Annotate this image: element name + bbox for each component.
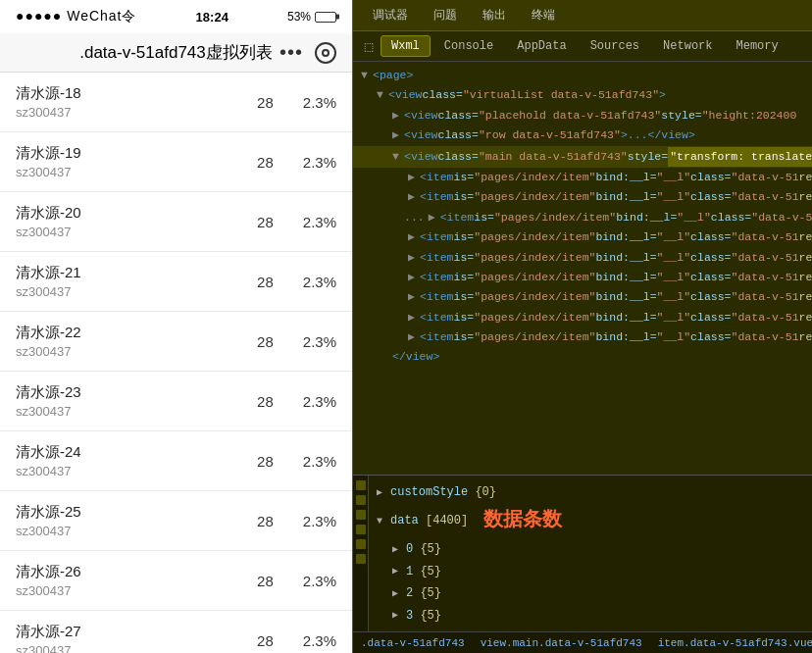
xml-tag: <page> — [373, 67, 413, 84]
signal-icon: ●●●●● WeChat令 — [16, 8, 137, 25]
expand-arrow[interactable]: ▼ — [377, 86, 388, 104]
expand-arrow[interactable]: ▶ — [408, 169, 420, 186]
status-selector-3[interactable]: item.data-v-51afd743.vue- — [658, 637, 812, 649]
list-item[interactable]: 清水源-25 sz300437 28 2.3% — [0, 491, 352, 551]
expand-arrow[interactable]: ▶ — [408, 309, 420, 326]
subtab-wxml[interactable]: Wxml — [381, 35, 431, 57]
tree-arrow[interactable]: ▼ — [377, 513, 390, 529]
stock-code: sz300437 — [16, 643, 81, 653]
tab-issues[interactable]: 问题 — [422, 3, 469, 27]
subtab-appdata[interactable]: AppData — [507, 36, 576, 56]
tree-arrow[interactable]: ▶ — [392, 563, 406, 579]
tab-output[interactable]: 输出 — [471, 3, 518, 27]
xml-value: "__l" — [657, 269, 691, 286]
expand-arrow[interactable]: ▶ — [408, 328, 420, 346]
ellipsis: ... — [404, 209, 425, 226]
data-count-label: 数据条数 — [483, 504, 562, 537]
xml-value: "data-v-51 — [732, 269, 799, 286]
xml-value: "pages/index/item" — [474, 169, 595, 186]
expand-arrow[interactable]: ▶ — [408, 288, 420, 306]
gutter-item — [356, 480, 366, 490]
status-selector-1[interactable]: .data-v-51afd743 — [361, 637, 465, 649]
list-item[interactable]: 清水源-21 sz300437 28 2.3% — [0, 252, 352, 312]
tree-key: 1 — [406, 562, 413, 581]
subtab-console[interactable]: Console — [434, 36, 503, 56]
expand-arrow[interactable]: ▶ — [429, 209, 440, 226]
list-item[interactable]: 清水源-24 sz300437 28 2.3% — [0, 431, 352, 491]
stock-code: sz300437 — [16, 284, 81, 299]
expand-arrow[interactable]: ▶ — [392, 126, 404, 144]
xml-value: "__l" — [657, 228, 691, 246]
xml-line-highlighted: ▼ <view class= "main data-v-51afd743" st… — [353, 146, 812, 168]
list-item[interactable]: 清水源-18 sz300437 28 2.3% — [0, 73, 352, 132]
xml-line: ▼ <page> — [353, 66, 812, 85]
status-right: 53% — [287, 10, 336, 24]
tree-arrow[interactable]: ▶ — [392, 607, 406, 624]
tree-key: 2 — [406, 583, 413, 603]
list-item[interactable]: 清水源-19 sz300437 28 2.3% — [0, 132, 352, 192]
bottom-panel: ▶ customStyle {0} ▼ data [4400] 数据条数 ▶ 0… — [353, 475, 812, 631]
xml-value: "data-v-51 — [732, 169, 799, 186]
expand-arrow[interactable]: ▶ — [408, 269, 420, 286]
xml-line: </view> — [353, 347, 812, 367]
xml-value: "main data-v-51afd743" — [479, 148, 628, 166]
xml-value: "data-v-51 — [732, 328, 799, 346]
xml-attr: class= — [690, 188, 731, 206]
expand-arrow[interactable]: ▶ — [408, 228, 420, 246]
nav-actions: ••• — [279, 41, 336, 64]
xml-attr: style= — [628, 148, 668, 166]
xml-attr: is= — [454, 269, 475, 286]
page-title: 虚拟列表 — [206, 41, 273, 64]
stock-code: sz300437 — [16, 464, 81, 478]
stock-code: sz300437 — [16, 404, 81, 419]
xml-attr: is= — [454, 228, 475, 246]
stock-code: sz300437 — [16, 105, 81, 120]
xml-value: "__l" — [657, 309, 691, 326]
tree-arrow[interactable]: ▶ — [392, 541, 406, 558]
subtab-memory[interactable]: Memory — [727, 36, 788, 56]
tab-debugger[interactable]: 调试器 — [361, 3, 420, 27]
list-item[interactable]: 清水源-22 sz300437 28 2.3% — [0, 312, 352, 372]
stock-name: 清水源-22 — [16, 324, 81, 342]
scan-icon[interactable] — [315, 42, 336, 64]
status-selector-2[interactable]: view.main.data-v-51afd743 — [481, 637, 642, 649]
xml-line: ▶ <item is= "pages/index/item" bind:__l=… — [353, 187, 812, 207]
xml-attr: class= — [438, 107, 479, 125]
expand-arrow[interactable]: ▼ — [361, 67, 373, 84]
phone-status-bar: ●●●●● WeChat令 18:24 53% — [0, 0, 352, 33]
subtab-sources[interactable]: Sources — [581, 36, 649, 56]
more-icon[interactable]: ••• — [279, 41, 303, 64]
xml-value: "data-v-51 — [751, 209, 812, 226]
subtab-network[interactable]: Network — [653, 36, 722, 56]
stock-name: 清水源-27 — [16, 623, 81, 641]
xml-tag: <view — [404, 148, 438, 166]
xml-view[interactable]: ▼ <page> ▼ <view class= "virtualList dat… — [353, 62, 812, 475]
xml-line: ▶ <item is= "pages/index/item" bind:__l=… — [353, 287, 812, 307]
stock-percent: 2.3% — [303, 513, 336, 529]
xml-value: "__l" — [657, 249, 691, 267]
xml-text: ref-in-for data-ref= — [799, 269, 812, 286]
list-item[interactable]: 清水源-20 sz300437 28 2.3% — [0, 192, 352, 252]
expand-arrow[interactable]: ▶ — [392, 107, 404, 125]
stock-percent: 2.3% — [303, 393, 336, 410]
expand-arrow[interactable]: ▶ — [408, 249, 420, 267]
stock-percent: 2.3% — [303, 94, 336, 111]
data-tree[interactable]: ▶ customStyle {0} ▼ data [4400] 数据条数 ▶ 0… — [369, 476, 812, 631]
expand-arrow[interactable]: ▶ — [408, 188, 420, 206]
list-item[interactable]: 清水源-23 sz300437 28 2.3% — [0, 372, 352, 431]
stock-code: sz300437 — [16, 225, 81, 239]
tree-bracket: {5} — [413, 562, 441, 581]
tab-terminal[interactable]: 终端 — [520, 3, 567, 27]
stock-percent: 2.3% — [303, 333, 336, 350]
xml-attr: class= — [423, 86, 463, 104]
xml-attr: bind:__l= — [595, 228, 656, 246]
tree-key: customStyle — [390, 482, 468, 502]
expand-arrow[interactable]: ▼ — [392, 148, 404, 166]
battery-icon — [315, 12, 336, 23]
devtools-status-bar: .data-v-51afd743 view.main.data-v-51afd7… — [353, 631, 812, 653]
list-item[interactable]: 清水源-26 sz300437 28 2.3% — [0, 551, 352, 611]
tree-arrow[interactable]: ▶ — [377, 484, 390, 501]
tree-arrow[interactable]: ▶ — [392, 585, 406, 602]
tree-line: ▶ 3 {5} — [377, 605, 812, 627]
list-item[interactable]: 清水源-27 sz300437 28 2.3% — [0, 611, 352, 653]
